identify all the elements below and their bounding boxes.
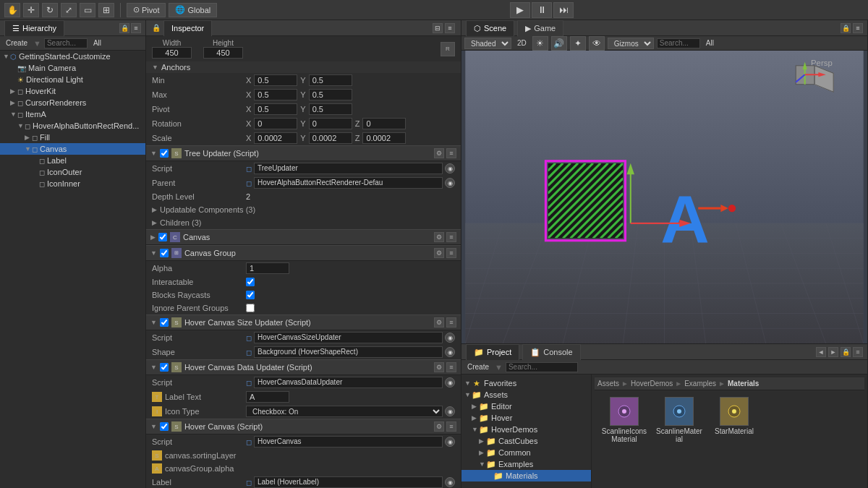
rotate-tool-btn[interactable]: ↻ [42,3,58,17]
hcs-shape-select-btn[interactable]: ◉ [445,347,455,357]
tree-item-cast-cubes[interactable]: ▶ 📁 CastCubes [461,435,591,447]
hand-tool-btn[interactable]: ✋ [4,3,20,17]
hierarchy-create-btn[interactable]: Create [3,39,30,47]
canvas-group-checkbox[interactable] [160,249,169,257]
hier-item-directional-light[interactable]: ☀ Directional Light [0,74,145,85]
project-more-icon[interactable]: ≡ [853,347,863,357]
hier-item-canvas[interactable]: ▼ ◻ Canvas [0,143,145,155]
hier-item-iconinner[interactable]: ◻ IconInner [0,178,145,189]
canvas-comp-checkbox[interactable] [158,233,167,241]
rotation-y-input[interactable] [309,118,352,129]
tree-item-hover[interactable]: ▶ 📁 Hover [461,412,591,424]
hier-item-hoveralpha[interactable]: ▼ ◻ HoverAlphaButtonRectRend... [0,120,145,132]
project-create-btn[interactable]: Create [464,363,492,371]
tree-parent-select-btn[interactable]: ◉ [445,178,455,188]
scene-hidden-icon[interactable]: 👁 [589,36,605,51]
scale-z-input[interactable] [362,132,406,144]
canvas-settings-btn[interactable]: ⚙ [434,232,444,242]
rotation-x-input[interactable] [254,118,297,129]
tree-updater-settings-btn[interactable]: ⚙ [434,148,444,158]
canvas-group-header[interactable]: ▼ ⊞ Canvas Group ⚙ ≡ [146,245,461,261]
scene-search-input[interactable] [657,38,700,48]
gizmos-dropdown[interactable]: Gizmos [608,38,654,49]
scene-view[interactable]: A Persp [461,51,867,343]
project-search-input[interactable] [506,362,578,372]
scene-more-icon[interactable]: ≡ [853,23,863,33]
move-tool-btn[interactable]: ✛ [23,3,39,17]
tree-script-select-btn[interactable]: ◉ [445,163,455,174]
breadcrumb-materials[interactable]: Materials [728,380,759,388]
rect-tool-btn[interactable]: ▭ [80,3,95,17]
hover-canvas-data-header[interactable]: ▼ S Hover Canvas Data Updater (Script) ⚙… [146,359,461,375]
scene-lock-icon[interactable]: 🔒 [841,23,851,33]
ignore-parent-checkbox[interactable] [246,304,255,312]
scene-audio-icon[interactable]: 🔊 [551,36,567,51]
scene-light-icon[interactable]: ☀ [532,36,548,51]
tree-item-favorites[interactable]: ▼ ★ Favorites [461,377,591,389]
hier-item-fill[interactable]: ▶ ◻ Fill [0,132,145,143]
file-item-scanline[interactable]: ScanlineMaterial [654,395,705,445]
children-row[interactable]: ▶ Children (3) [146,216,461,229]
step-btn[interactable]: ⏭ [553,2,574,18]
tree-item-materials[interactable]: 📁 Materials [461,470,591,481]
rotation-z-input[interactable] [362,118,406,129]
tree-updater-more-btn[interactable]: ≡ [446,148,456,158]
pivot-x-input[interactable] [254,103,297,115]
hierarchy-all-btn[interactable]: All [90,39,104,47]
hcd-settings-btn[interactable]: ⚙ [434,362,444,372]
resize-btn[interactable]: R [441,42,455,56]
anchors-max-y-input[interactable] [309,89,352,100]
blocks-raycasts-checkbox[interactable] [246,291,255,299]
breadcrumb-assets[interactable]: Assets [597,380,619,388]
hover-canvas-header[interactable]: ▼ S Hover Canvas (Script) ⚙ ≡ [146,419,461,435]
hcd-script-select-btn[interactable]: ◉ [445,377,455,388]
hier-item-hoverkit[interactable]: ▶ ◻ HoverKit [0,85,145,97]
scale-tool-btn[interactable]: ⤢ [61,3,77,17]
interactable-checkbox[interactable] [246,278,255,286]
pivot-y-input[interactable] [309,103,352,115]
hc-label-select-btn[interactable]: ◉ [445,477,455,487]
anchors-header[interactable]: ▼ Anchors [146,61,461,73]
hierarchy-more-icon[interactable]: ≡ [131,23,141,33]
global-btn[interactable]: 🌐 Global [169,3,217,17]
hier-item-cursor-renderers[interactable]: ▶ ◻ CursorRenderers [0,97,145,108]
canvas-more-btn[interactable]: ≡ [446,232,456,242]
tree-item-common[interactable]: ▶ 📁 Common [461,447,591,458]
hc-settings-btn[interactable]: ⚙ [434,421,444,432]
canvas-comp-header[interactable]: ▶ C Canvas ⚙ ≡ [146,229,461,245]
file-item-star[interactable]: StarMaterial [709,395,760,445]
hcs-checkbox[interactable] [160,318,169,327]
transform-tool-btn[interactable]: ⊞ [98,3,114,17]
inspector-tab[interactable]: Inspector [163,20,212,36]
inspector-collapse-icon[interactable]: ⊟ [433,23,443,33]
scene-all-btn[interactable]: All [703,39,717,47]
hcs-more-btn[interactable]: ≡ [446,317,456,328]
hcd-checkbox[interactable] [160,363,169,372]
hier-item-scene[interactable]: ▼ ⬡ GettingStarted-Customize [0,51,145,62]
scene-tab[interactable]: ⬡ Scene [466,20,514,36]
hc-checkbox[interactable] [160,422,169,431]
hcd-icon-type-select[interactable]: Checkbox: On [246,406,443,417]
shaded-dropdown[interactable]: Shaded [464,38,511,49]
inspector-more-icon[interactable]: ≡ [445,23,455,33]
canvas-group-more-btn[interactable]: ≡ [446,248,456,258]
tree-item-assets[interactable]: ▼ 📁 Assets [461,389,591,401]
play-btn[interactable]: ▶ [510,2,530,18]
scene-effects-icon[interactable]: ✦ [570,36,586,51]
hcd-label-text-input[interactable] [246,391,289,403]
project-lock-icon[interactable]: 🔒 [841,347,851,357]
console-tab[interactable]: 📋 Console [522,344,580,360]
tree-item-examples[interactable]: ▼ 📁 Examples [461,458,591,470]
file-item-scanline-icons[interactable]: ScanlineIconsMaterial [599,395,650,445]
pause-btn[interactable]: ⏸ [532,2,552,18]
project-prev-icon[interactable]: ◄ [816,347,826,357]
anchors-max-x-input[interactable] [254,89,297,100]
game-tab[interactable]: ▶ Game [517,20,563,36]
hier-item-main-camera[interactable]: 📷 Main Camera [0,62,145,74]
hc-more-btn[interactable]: ≡ [446,421,456,432]
breadcrumb-examples[interactable]: Examples [684,380,716,388]
hcs-script-select-btn[interactable]: ◉ [445,333,455,343]
hover-canvas-size-header[interactable]: ▼ S Hover Canvas Size Updater (Script) ⚙… [146,314,461,330]
hierarchy-search-input[interactable] [44,38,88,48]
hierarchy-lock-icon[interactable]: 🔒 [119,23,129,33]
